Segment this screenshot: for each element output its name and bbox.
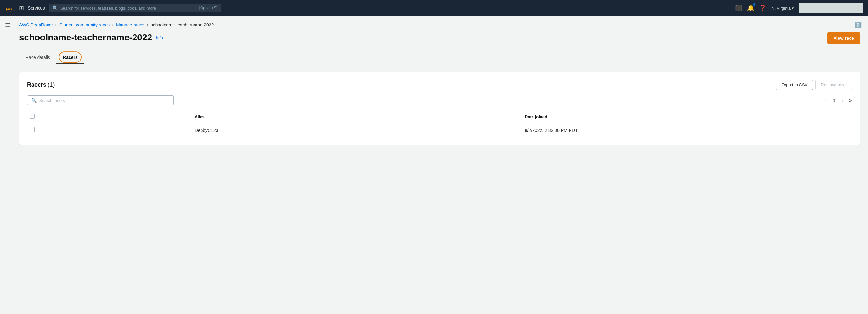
search-row: 🔍 ‹ 1 › ⚙	[27, 95, 852, 105]
region-label: N. Virginia	[771, 6, 790, 10]
racers-table: Alias Date joined DebbyC123 8/2/2022, 2:…	[27, 110, 852, 137]
svg-text:aws: aws	[6, 6, 12, 10]
row-alias: DebbyC123	[192, 123, 522, 137]
pagination-page: 1	[831, 98, 837, 103]
racers-title: Racers	[27, 81, 46, 88]
row-checkbox[interactable]	[30, 127, 35, 132]
help-icon[interactable]: ❓	[759, 4, 766, 11]
breadcrumb-sep-2: ›	[112, 23, 114, 27]
breadcrumb-student-races[interactable]: Student community races	[59, 22, 110, 27]
region-selector[interactable]: N. Virginia ▾	[771, 6, 794, 10]
header-checkbox[interactable]	[30, 114, 35, 119]
row-date-joined: 8/2/2022, 2:32:00 PM PDT	[522, 123, 852, 137]
header-alias: Alias	[192, 110, 522, 123]
racers-title-group: Racers (1)	[27, 81, 55, 88]
racers-count: (1)	[48, 81, 55, 88]
header-checkbox-col	[27, 110, 192, 123]
breadcrumb-current: schoolname-teachername-2022	[151, 22, 214, 27]
table-row: DebbyC123 8/2/2022, 2:32:00 PM PDT	[27, 123, 852, 137]
table-header-row: Alias Date joined	[27, 110, 852, 123]
info-corner-icon[interactable]: ℹ️	[855, 22, 862, 29]
sidebar-toggle-icon[interactable]: ☰	[5, 22, 10, 29]
info-link[interactable]: Info	[156, 35, 163, 40]
tabs: Race details Racers	[19, 51, 860, 64]
tab-race-details[interactable]: Race details	[19, 51, 57, 64]
region-chevron-icon: ▾	[792, 6, 794, 10]
remove-racer-button[interactable]: Remove racer	[815, 80, 852, 90]
racers-actions: Export to CSV Remove racer	[776, 80, 852, 90]
pagination-prev-button[interactable]: ‹	[823, 96, 828, 104]
row-checkbox-cell	[27, 123, 192, 137]
search-input[interactable]	[60, 6, 197, 10]
breadcrumb-sep-3: ›	[147, 23, 148, 27]
breadcrumb-deepracer[interactable]: AWS DeepRacer	[19, 22, 53, 27]
tab-racers[interactable]: Racers	[57, 51, 84, 64]
bell-icon[interactable]: 🔔	[747, 4, 754, 11]
page-header: schoolname-teachername-2022 Info View ra…	[19, 33, 860, 44]
main-content: AWS DeepRacer › Student community races …	[11, 16, 868, 151]
breadcrumb: AWS DeepRacer › Student community races …	[19, 22, 860, 27]
aws-logo[interactable]: aws	[5, 3, 15, 13]
terminal-icon[interactable]: ⬛	[735, 4, 742, 11]
header-date-joined: Date joined	[522, 110, 852, 123]
racers-search-input[interactable]	[39, 98, 169, 103]
racers-search-wrapper: 🔍	[27, 95, 174, 105]
page-title: schoolname-teachername-2022	[19, 33, 152, 43]
racers-search-icon: 🔍	[31, 98, 37, 103]
nav-right: ⬛ 🔔 ❓ N. Virginia ▾	[735, 3, 863, 13]
breadcrumb-sep-1: ›	[56, 23, 57, 27]
grid-icon[interactable]: ⊞	[19, 4, 24, 11]
top-navigation: aws ⊞ Services 🔍 [Option+S] ⬛ 🔔 ❓ N. Vir…	[0, 0, 868, 16]
search-shortcut: [Option+S]	[199, 6, 217, 10]
table-settings-icon[interactable]: ⚙	[848, 98, 852, 104]
search-bar: 🔍 [Option+S]	[49, 3, 221, 12]
services-label[interactable]: Services	[28, 5, 45, 10]
racers-header: Racers (1) Export to CSV Remove racer	[27, 80, 852, 90]
breadcrumb-manage-races[interactable]: Manage races	[116, 22, 145, 27]
account-bar[interactable]	[799, 3, 863, 13]
notification-badge	[753, 3, 755, 6]
racers-card: Racers (1) Export to CSV Remove racer 🔍 …	[19, 72, 860, 145]
view-race-button[interactable]: View race	[827, 33, 860, 44]
export-csv-button[interactable]: Export to CSV	[776, 80, 813, 90]
page-title-row: schoolname-teachername-2022 Info	[19, 33, 163, 43]
pagination: ‹ 1 › ⚙	[823, 96, 852, 104]
search-icon: 🔍	[52, 5, 58, 10]
pagination-next-button[interactable]: ›	[840, 96, 845, 104]
